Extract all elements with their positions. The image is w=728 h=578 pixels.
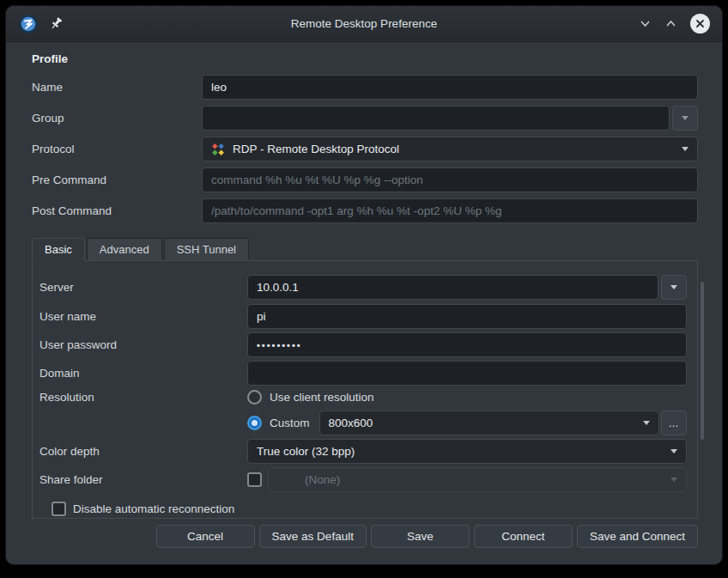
resolution-custom-row: Custom 800x600 … (39, 411, 687, 435)
domain-row: Domain (39, 361, 687, 386)
remote-desktop-preference-dialog: Remote Desktop Preference Profile Name G… (5, 5, 723, 565)
rdp-protocol-icon (211, 143, 225, 156)
color-depth-value: True color (32 bpp) (257, 445, 355, 458)
basic-tab-panel: Server User name User password (32, 260, 698, 519)
password-row: User password (39, 332, 687, 357)
custom-resolution-select[interactable]: 800x600 (319, 411, 659, 435)
share-folder-label: Share folder (39, 473, 247, 486)
remmina-app-icon (18, 14, 39, 34)
resolution-more-button[interactable]: … (661, 411, 687, 435)
use-client-resolution-radio[interactable] (247, 390, 262, 405)
profile-heading: Profile (32, 52, 698, 66)
pin-icon[interactable] (49, 16, 64, 31)
protocol-select[interactable]: RDP - Remote Desktop Protocol (202, 137, 698, 161)
chevron-down-icon (643, 421, 650, 425)
cancel-button[interactable]: Cancel (156, 525, 255, 548)
domain-label: Domain (39, 367, 247, 380)
custom-resolution-radio[interactable] (247, 416, 262, 430)
pre-command-input[interactable] (202, 167, 698, 192)
custom-resolution-value: 800x600 (329, 417, 373, 429)
vertical-scrollbar[interactable] (701, 282, 704, 440)
minimize-button[interactable] (639, 17, 652, 30)
action-buttons: Cancel Save as Default Save Connect Save… (32, 525, 698, 548)
name-input[interactable] (202, 75, 698, 100)
username-label: User name (39, 310, 247, 323)
disable-reconnect-label: Disable automatic reconnection (73, 502, 234, 515)
password-label: User password (39, 338, 247, 351)
share-folder-checkbox[interactable] (247, 472, 262, 487)
pre-command-label: Pre Command (32, 173, 202, 186)
password-input[interactable] (247, 332, 687, 357)
custom-resolution-label: Custom (270, 417, 310, 429)
protocol-label: Protocol (32, 143, 202, 155)
server-label: Server (39, 281, 247, 294)
server-row: Server (39, 275, 687, 300)
tab-ssh-tunnel[interactable]: SSH Tunnel (164, 238, 249, 260)
color-depth-row: Color depth True color (32 bpp) (39, 439, 687, 464)
name-row: Name (32, 75, 698, 100)
share-folder-row: Share folder (None) (39, 467, 687, 492)
post-command-label: Post Command (32, 204, 202, 217)
dialog-content: Profile Name Group Protocol (6, 42, 722, 564)
color-depth-select[interactable]: True color (32 bpp) (247, 439, 687, 464)
resolution-label: Resolution (39, 391, 247, 404)
color-depth-label: Color depth (39, 445, 247, 458)
server-dropdown-button[interactable] (661, 275, 687, 300)
window-title: Remote Desktop Preference (112, 17, 616, 30)
protocol-selected-value: RDP - Remote Desktop Protocol (233, 143, 399, 155)
tab-advanced[interactable]: Advanced (87, 238, 162, 260)
disable-reconnect-checkbox[interactable] (52, 502, 66, 516)
connect-button[interactable]: Connect (474, 525, 573, 548)
post-command-row: Post Command (32, 198, 698, 223)
tab-bar: Basic Advanced SSH Tunnel (32, 238, 698, 260)
save-button[interactable]: Save (371, 525, 470, 548)
group-row: Group (32, 106, 698, 131)
save-and-connect-button[interactable]: Save and Connect (577, 525, 698, 548)
save-as-default-button[interactable]: Save as Default (259, 525, 367, 548)
resolution-client-row: Resolution Use client resolution (39, 389, 687, 405)
protocol-row: Protocol RDP - Remote Desktop Protocol (32, 137, 698, 161)
post-command-input[interactable] (202, 198, 698, 223)
group-input[interactable] (202, 106, 670, 131)
share-folder-select: (None) (268, 467, 687, 492)
chevron-down-icon (682, 147, 689, 151)
pre-command-row: Pre Command (32, 167, 698, 192)
username-input[interactable] (247, 304, 687, 329)
username-row: User name (39, 304, 687, 329)
tab-basic[interactable]: Basic (32, 238, 85, 261)
domain-input[interactable] (247, 361, 687, 386)
chevron-down-icon (670, 478, 677, 482)
disable-reconnect-row: Disable automatic reconnection (52, 501, 687, 516)
maximize-button[interactable] (664, 17, 677, 30)
titlebar: Remote Desktop Preference (6, 6, 722, 42)
server-input[interactable] (247, 275, 658, 300)
group-label: Group (32, 112, 202, 125)
name-label: Name (32, 81, 202, 94)
chevron-down-icon (670, 449, 677, 453)
chevron-down-icon (670, 285, 677, 289)
share-folder-value: (None) (305, 473, 340, 486)
close-button[interactable] (690, 14, 710, 33)
chevron-down-icon (682, 116, 689, 120)
use-client-resolution-label: Use client resolution (270, 391, 374, 404)
group-dropdown-button[interactable] (672, 106, 698, 131)
